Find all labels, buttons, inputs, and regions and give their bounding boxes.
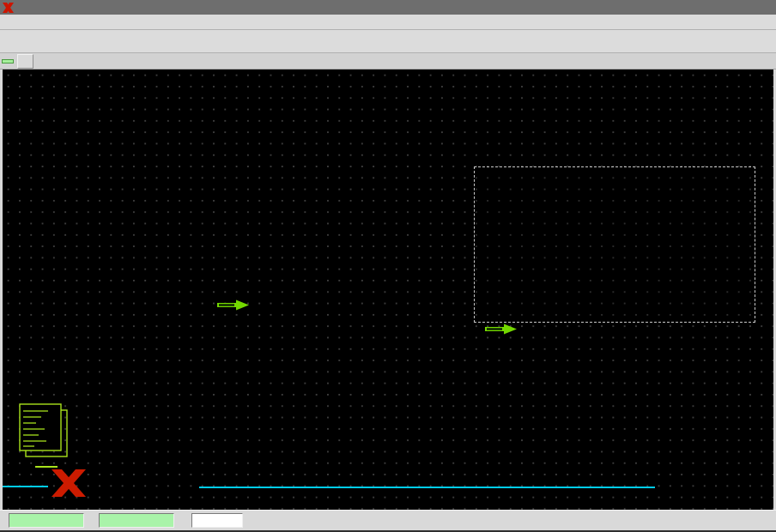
menu-bar xyxy=(0,15,776,30)
models-file-icon xyxy=(15,402,76,460)
logo-x-icon xyxy=(50,469,88,497)
grid-input[interactable] xyxy=(99,513,174,528)
netlist-mode-input[interactable] xyxy=(191,513,243,528)
snap-input[interactable] xyxy=(9,513,84,528)
wire-stub[interactable] xyxy=(35,466,58,468)
inverter-chain-y[interactable] xyxy=(442,349,773,471)
green-arrow-icon xyxy=(485,323,518,335)
wire-segment[interactable] xyxy=(3,486,48,487)
inverter-chain-z[interactable] xyxy=(88,349,428,471)
xschem-logo[interactable] xyxy=(50,469,88,497)
annotation-sim-status[interactable] xyxy=(217,299,256,311)
waveform-plot xyxy=(475,167,755,322)
tt-models-block[interactable] xyxy=(15,399,76,463)
status-bar xyxy=(0,510,776,530)
waveform-graph[interactable] xyxy=(474,166,755,323)
tab-bar xyxy=(0,53,776,70)
xschem-logo-icon xyxy=(3,3,14,13)
annotation-load-data[interactable] xyxy=(485,323,524,335)
toolbar xyxy=(0,30,776,53)
new-tab-button[interactable] xyxy=(17,54,33,69)
tab-test-inv[interactable] xyxy=(2,59,14,63)
schematic-canvas[interactable] xyxy=(3,70,773,510)
credit-divider-wire[interactable] xyxy=(199,487,655,488)
xschem-window xyxy=(0,0,776,532)
green-arrow-icon xyxy=(217,299,250,311)
title-bar[interactable] xyxy=(0,0,776,15)
